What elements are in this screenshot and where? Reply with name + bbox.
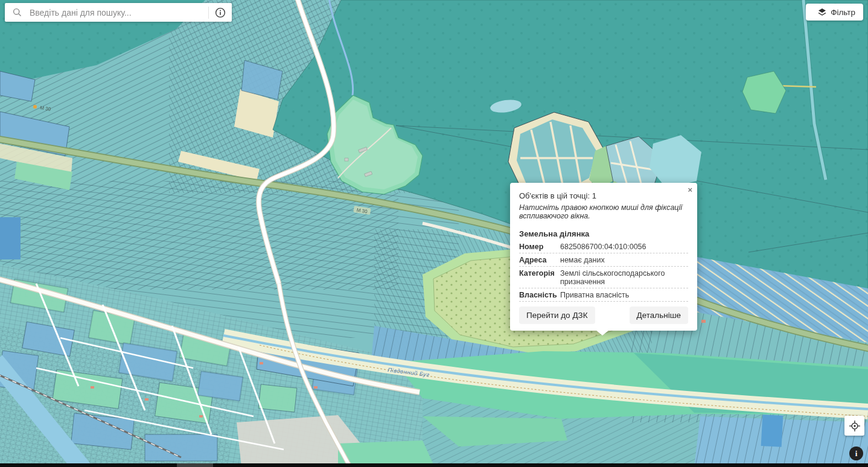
field-label: Номер xyxy=(519,243,560,251)
details-button[interactable]: Детальніше xyxy=(630,307,688,324)
popup-row-ownership: Власність Приватна власність xyxy=(519,288,688,302)
search-bar xyxy=(5,3,232,22)
crosshair-icon xyxy=(848,419,861,433)
popup-row-number: Номер 6825086700:04:010:0056 xyxy=(519,240,688,253)
locate-button[interactable] xyxy=(844,416,864,436)
popup-row-address: Адреса немає даних xyxy=(519,253,688,267)
bottom-bar-segment xyxy=(177,463,213,467)
filter-button[interactable]: Фільтр xyxy=(806,4,863,21)
field-value: 6825086700:04:010:0056 xyxy=(560,243,688,251)
search-info-button[interactable] xyxy=(209,3,232,22)
goto-dzk-button[interactable]: Перейти до ДЗК xyxy=(519,307,595,324)
attribution-button[interactable]: i xyxy=(849,446,863,460)
field-label: Власність xyxy=(519,291,560,299)
info-circle-icon xyxy=(215,7,226,18)
map-canvas[interactable]: М 30 М 30 Південний Буг xyxy=(0,0,868,467)
popup-objects-count: Об'єктів в цій точці: 1 xyxy=(519,191,688,200)
popup-row-category: Категорія Землі сільськогосподарського п… xyxy=(519,267,688,288)
popup-hint: Натисніть правою кнопкою миші для фіксац… xyxy=(519,203,688,220)
bottom-bar xyxy=(0,463,868,467)
popup-close-button[interactable]: × xyxy=(688,186,692,194)
layers-diamond-icon xyxy=(818,8,826,16)
field-value: Землі сільськогосподарського призначення xyxy=(560,269,688,286)
map-popup: × Об'єктів в цій точці: 1 Натисніть прав… xyxy=(510,183,697,331)
search-input[interactable] xyxy=(28,7,208,18)
field-label: Адреса xyxy=(519,256,560,264)
field-value: Приватна власність xyxy=(560,291,688,299)
attribution-i-icon: i xyxy=(855,449,858,459)
popup-tail xyxy=(596,330,609,335)
filter-label: Фільтр xyxy=(831,8,855,17)
field-label: Категорія xyxy=(519,269,560,286)
popup-section-title: Земельна ділянка xyxy=(519,229,688,238)
search-icon xyxy=(13,8,22,17)
field-value: немає даних xyxy=(560,256,688,264)
